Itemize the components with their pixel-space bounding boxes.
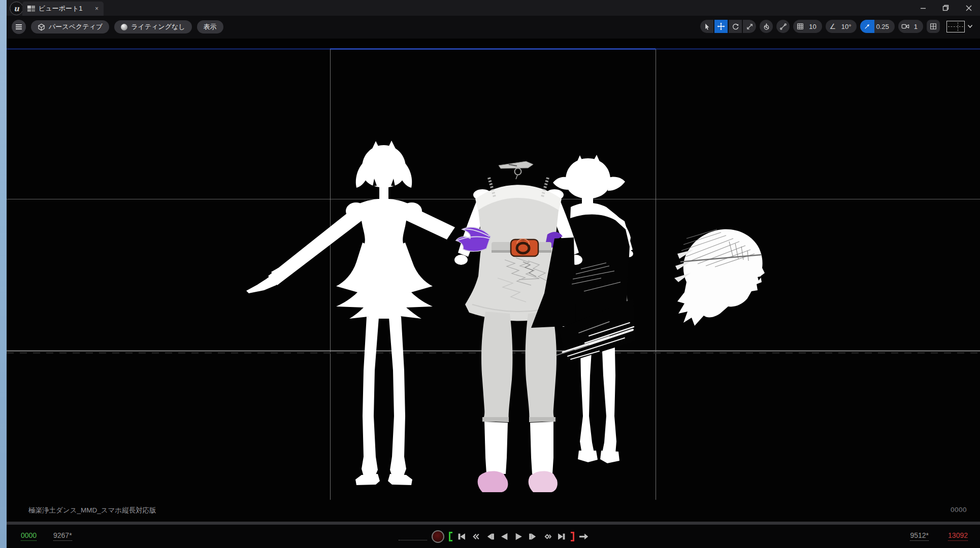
rotate-icon <box>732 23 739 30</box>
angle-icon: ∠ <box>830 22 836 30</box>
to-end-button[interactable] <box>557 532 566 541</box>
tab-close-icon[interactable]: × <box>95 6 99 12</box>
loop-mode-button[interactable] <box>579 532 589 541</box>
scale-snap-arrow-icon <box>864 23 871 30</box>
empty-frame-field[interactable] <box>399 533 427 540</box>
scale-icon <box>746 23 754 30</box>
maximize-viewport-button[interactable] <box>927 20 940 33</box>
hamburger-icon <box>16 24 22 25</box>
set-playback-end-icon[interactable] <box>571 532 574 541</box>
unreal-editor-window: u ビューポート1 × パースペクティブ <box>0 0 980 548</box>
scene-name-label: 極楽浄土ダンス_MMD_スマホ縦長対応版 <box>28 506 156 515</box>
character-center-dress[interactable] <box>454 161 582 492</box>
transport-controls <box>399 529 589 543</box>
toolbar-right-group: 10 ∠ 10° 0.25 <box>700 20 973 33</box>
step-forward-button[interactable] <box>528 532 538 541</box>
viewport-layout-selector[interactable] <box>946 21 973 32</box>
minimize-button[interactable] <box>911 0 934 16</box>
grid-snap-value[interactable]: 10 <box>807 23 822 30</box>
minimize-icon <box>920 5 926 11</box>
socks <box>484 422 553 474</box>
range-end-field[interactable]: 9512* <box>910 531 929 541</box>
to-start-button[interactable] <box>457 532 467 541</box>
sequencer-transport-bar: 0000 9267* <box>7 525 980 548</box>
layout-preview-icon <box>946 21 965 32</box>
rotation-snap-toggle[interactable]: ∠ <box>826 20 840 33</box>
surface-snapping-button[interactable] <box>776 20 790 33</box>
viewport-options-menu-button[interactable] <box>12 20 26 34</box>
belt-buckle <box>511 239 538 256</box>
shoes <box>478 471 558 492</box>
play-reverse-icon <box>500 532 509 541</box>
scale-snap-toggle[interactable] <box>860 20 874 33</box>
desktop-edge-strip <box>0 0 7 548</box>
ghost-head-silhouette[interactable] <box>674 229 765 326</box>
grid-icon <box>797 23 804 30</box>
window-controls <box>911 0 980 16</box>
current-frame-field[interactable]: 0000 <box>21 531 37 541</box>
titlebar: u ビューポート1 × <box>7 0 980 16</box>
rotate-tool-button[interactable] <box>729 20 742 33</box>
total-frames-field[interactable]: 13092 <box>948 531 968 541</box>
play-button[interactable] <box>514 532 524 541</box>
close-icon <box>966 5 972 11</box>
character-silhouette-left[interactable] <box>246 141 455 485</box>
camera-icon <box>901 23 909 30</box>
surface-snap-icon <box>779 23 787 30</box>
restore-icon <box>942 5 949 11</box>
grid-snap-control[interactable]: 10 <box>793 20 822 33</box>
quad-view-icon <box>930 23 937 30</box>
unlit-sphere-icon <box>121 24 127 30</box>
restore-button[interactable] <box>934 0 957 16</box>
transform-tools <box>700 20 756 33</box>
viewport-toolbar: パースペクティブ ライティングなし 表示 <box>7 16 980 39</box>
camera-speed-value[interactable]: 1 <box>912 23 923 30</box>
viewport-frame-counter: 0000 <box>951 506 967 513</box>
rotation-snap-value[interactable]: 10° <box>840 23 857 30</box>
rotation-snap-control[interactable]: ∠ 10° <box>826 20 857 33</box>
move-tool-button[interactable] <box>714 20 728 33</box>
play-icon <box>514 532 523 541</box>
view-mode-dropdown[interactable]: ライティングなし <box>114 20 191 33</box>
show-label: 表示 <box>204 22 217 31</box>
step-back-icon <box>486 532 495 541</box>
previous-key-icon <box>472 532 480 541</box>
select-tool-button[interactable] <box>700 20 713 33</box>
to-end-icon <box>557 532 566 541</box>
move-icon <box>717 22 725 30</box>
toolbar-left-group: パースペクティブ ライティングなし 表示 <box>12 20 223 34</box>
chevron-down-icon <box>967 24 973 28</box>
cursor-icon <box>703 23 711 30</box>
to-start-icon <box>458 532 466 541</box>
world-gizmo-icon <box>763 23 770 30</box>
scene-canvas[interactable] <box>7 39 980 524</box>
viewport-tab[interactable]: ビューポート1 × <box>22 2 104 16</box>
scale-tool-button[interactable] <box>743 20 756 33</box>
camera-speed-icon-seg[interactable] <box>898 20 912 33</box>
viewport-3d[interactable]: 極楽浄土ダンス_MMD_スマホ縦長対応版 0000 <box>7 39 980 524</box>
step-back-button[interactable] <box>485 532 495 541</box>
timeline-right-fields: 9512* 13092 <box>910 531 968 541</box>
coordinate-space-button[interactable] <box>760 20 773 33</box>
pants <box>481 312 557 422</box>
record-button[interactable] <box>432 530 444 543</box>
set-playback-start-icon[interactable] <box>449 532 452 541</box>
viewport-tab-label: ビューポート1 <box>39 4 82 13</box>
grid-snap-toggle[interactable] <box>793 20 807 33</box>
next-key-icon <box>543 532 551 541</box>
play-reverse-button[interactable] <box>500 532 509 541</box>
unreal-logo-icon: u <box>10 2 23 15</box>
range-start-field[interactable]: 9267* <box>53 531 72 541</box>
perspective-dropdown[interactable]: パースペクティブ <box>31 20 109 33</box>
cube-icon <box>38 23 45 31</box>
scale-snap-value[interactable]: 0.25 <box>874 23 894 30</box>
camera-speed-control[interactable]: 1 <box>898 20 923 33</box>
next-key-button[interactable] <box>542 532 552 541</box>
loop-arrow-icon <box>579 532 589 541</box>
close-button[interactable] <box>957 0 980 16</box>
viewport-grid-icon <box>27 6 35 12</box>
previous-key-button[interactable] <box>471 532 481 541</box>
perspective-label: パースペクティブ <box>49 22 103 31</box>
show-dropdown[interactable]: 表示 <box>197 20 223 33</box>
scale-snap-control[interactable]: 0.25 <box>860 20 894 33</box>
